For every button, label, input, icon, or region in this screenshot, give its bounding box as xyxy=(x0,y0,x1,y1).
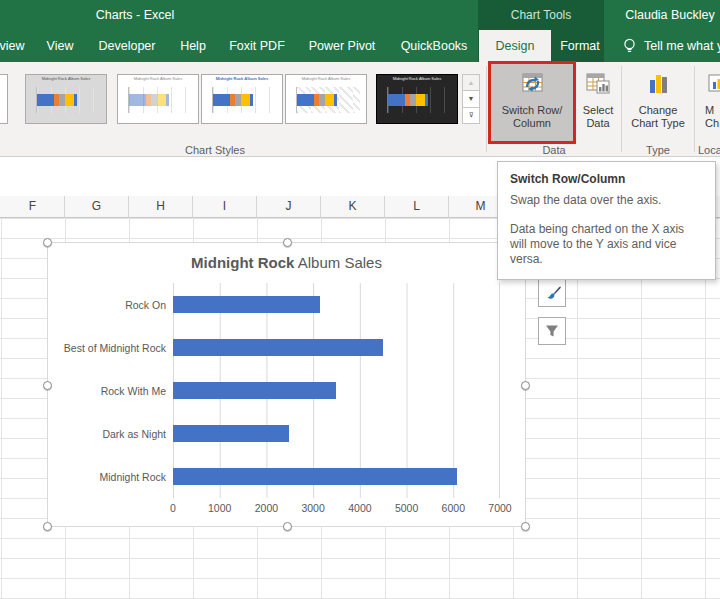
axis-tick: 7000 xyxy=(488,502,511,514)
group-label-data: Data xyxy=(488,144,620,156)
tooltip-body-paragraph: Data being charted on the X axis will mo… xyxy=(510,222,703,267)
tooltip-title: Switch Row/Column xyxy=(510,172,703,186)
gallery-scrollbar: ▲ ▼ ⊽ xyxy=(462,74,480,124)
chart-styles-flyout-button[interactable] xyxy=(538,279,566,307)
lightbulb-icon xyxy=(622,38,637,55)
tab-quickbooks[interactable]: QuickBooks xyxy=(396,30,472,62)
group-separator xyxy=(621,66,622,152)
tab-design-active[interactable]: Design xyxy=(479,30,551,62)
chart-resize-handle-top-left[interactable] xyxy=(43,238,52,247)
group-label-location: Loca xyxy=(696,144,720,156)
tab-view[interactable]: View xyxy=(38,30,82,62)
change-chart-type-label-1: Change xyxy=(639,104,678,117)
axis-tick: 0 xyxy=(170,502,176,514)
category-axis-labels: Rock On Best of Midnight Rock Rock With … xyxy=(48,283,166,498)
column-header-k[interactable]: K xyxy=(321,196,385,218)
change-chart-type-button[interactable]: Change Chart Type xyxy=(625,64,691,142)
axis-tick: 1000 xyxy=(208,502,231,514)
user-account-name[interactable]: Claudia Buckley xyxy=(620,0,720,30)
tooltip-switch-row-column: Switch Row/Column Swap the data over the… xyxy=(497,161,716,280)
chart-title-regular: Album Sales xyxy=(294,254,382,271)
tab-review-partial[interactable]: view xyxy=(0,30,32,62)
document-title: Charts - Excel xyxy=(60,0,210,30)
gallery-more-button[interactable]: ⊽ xyxy=(463,108,479,123)
category-label: Midnight Rock xyxy=(48,455,166,498)
value-axis: 0 1000 2000 3000 4000 5000 6000 7000 xyxy=(173,502,500,516)
ribbon-tab-bar: view View Developer Help Foxit PDF Power… xyxy=(0,30,720,62)
data-bar[interactable] xyxy=(173,468,457,485)
tab-power-pivot[interactable]: Power Pivot xyxy=(303,30,381,62)
switch-row-column-button[interactable]: Switch Row/ Column xyxy=(491,64,573,142)
ribbon: Midnight Rock Album Sales Midnight Rock … xyxy=(0,62,720,157)
gallery-scroll-up-button[interactable]: ▲ xyxy=(463,75,479,91)
change-chart-type-label-2: Chart Type xyxy=(631,117,685,130)
data-bar[interactable] xyxy=(173,296,320,313)
column-header-h[interactable]: H xyxy=(129,196,193,218)
gallery-scroll-down-button[interactable]: ▼ xyxy=(463,91,479,107)
axis-tick: 6000 xyxy=(442,502,465,514)
tooltip-body-line: Swap the data over the axis. xyxy=(510,193,703,208)
column-header-i[interactable]: I xyxy=(193,196,257,218)
chart-style-thumb-dark[interactable]: Midnight Rock Album Sales xyxy=(376,74,458,124)
chart-title[interactable]: Midnight Rock Album Sales xyxy=(48,254,525,271)
chart-tools-label: Chart Tools xyxy=(478,0,604,30)
tab-developer[interactable]: Developer xyxy=(92,30,162,62)
tell-me-label: Tell me what y xyxy=(644,30,720,62)
move-chart-label-2: Ch xyxy=(705,117,719,130)
data-bar[interactable] xyxy=(173,382,336,399)
data-bar[interactable] xyxy=(173,425,289,442)
group-label-chart-styles: Chart Styles xyxy=(140,144,290,156)
group-separator xyxy=(486,66,487,152)
excel-window: Charts - Excel Chart Tools Claudia Buckl… xyxy=(0,0,720,599)
change-chart-type-icon xyxy=(645,70,671,98)
chart-style-thumb-hatched[interactable]: Midnight Rock Album Sales xyxy=(285,74,367,124)
tell-me-box[interactable]: Tell me what y xyxy=(622,30,720,62)
column-header-l[interactable]: L xyxy=(385,196,449,218)
data-bar[interactable] xyxy=(173,339,383,356)
tab-foxit-pdf[interactable]: Foxit PDF xyxy=(224,30,290,62)
chart-resize-handle-bottom-middle[interactable] xyxy=(283,522,292,531)
move-chart-button[interactable]: M Ch xyxy=(699,64,720,142)
paintbrush-icon xyxy=(543,284,561,302)
chart-object[interactable]: Midnight Rock Album Sales Rock On Best o… xyxy=(47,242,526,527)
chart-resize-handle-middle-right[interactable] xyxy=(521,381,530,390)
filter-funnel-icon xyxy=(543,322,561,340)
category-label: Dark as Night xyxy=(48,412,166,455)
axis-tick: 3000 xyxy=(301,502,324,514)
chart-resize-handle-top-middle[interactable] xyxy=(283,238,292,247)
column-header-j[interactable]: J xyxy=(257,196,321,218)
axis-tick: 4000 xyxy=(348,502,371,514)
title-bar: Charts - Excel Chart Tools Claudia Buckl… xyxy=(0,0,720,30)
axis-tick: 2000 xyxy=(255,502,278,514)
axis-tick: 5000 xyxy=(395,502,418,514)
switch-row-column-icon xyxy=(518,70,546,98)
group-label-type: Type xyxy=(625,144,691,156)
column-header-g[interactable]: G xyxy=(65,196,129,218)
switch-button-label-2: Column xyxy=(513,117,551,130)
group-separator xyxy=(694,66,695,152)
column-header-f[interactable]: F xyxy=(1,196,65,218)
select-data-icon xyxy=(584,70,612,98)
chart-title-bold: Midnight Rock xyxy=(191,254,294,271)
move-chart-icon xyxy=(705,70,720,98)
chart-style-thumb-muted[interactable]: Midnight Rock Album Sales xyxy=(117,74,199,124)
tab-format[interactable]: Format xyxy=(556,30,604,62)
tab-help[interactable]: Help xyxy=(172,30,214,62)
chart-resize-handle-bottom-left[interactable] xyxy=(43,522,52,531)
plot-area xyxy=(173,283,500,498)
category-label: Rock With Me xyxy=(48,369,166,412)
chart-resize-handle-middle-left[interactable] xyxy=(43,381,52,390)
chart-style-thumb-partial[interactable]: Midnight Rock Album Sales xyxy=(0,74,8,124)
chart-resize-handle-bottom-right[interactable] xyxy=(521,522,530,531)
select-data-label-1: Select xyxy=(583,104,614,117)
select-data-button[interactable]: Select Data xyxy=(576,64,620,142)
select-data-label-2: Data xyxy=(586,117,609,130)
chart-style-thumb-colored[interactable]: Midnight Rock Album Sales xyxy=(201,74,283,124)
move-chart-label-1: M xyxy=(705,104,714,117)
category-label: Best of Midnight Rock xyxy=(48,326,166,369)
chart-style-thumb-gray[interactable]: Midnight Rock Album Sales xyxy=(25,74,107,124)
switch-button-label-1: Switch Row/ xyxy=(502,104,563,117)
chart-filters-button[interactable] xyxy=(538,317,566,345)
category-label: Rock On xyxy=(48,283,166,326)
